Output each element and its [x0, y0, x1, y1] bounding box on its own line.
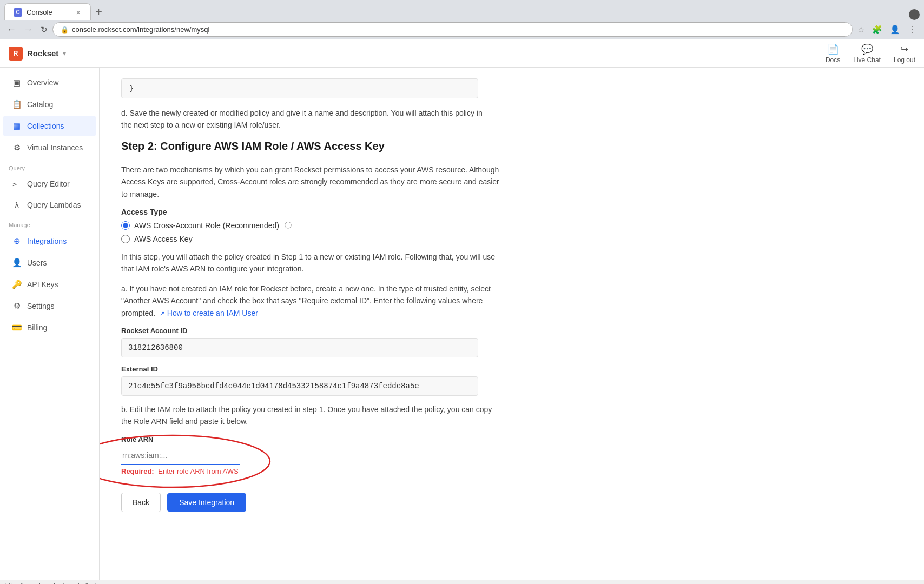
radio-access-key-input[interactable] [121, 235, 130, 243]
save-integration-button[interactable]: Save Integration [167, 493, 246, 512]
sidebar-item-collections[interactable]: ▦ Collections [3, 116, 96, 136]
iam-user-link[interactable]: ↗ How to create an IAM User [160, 309, 258, 317]
brand[interactable]: R Rockset ▾ [9, 47, 66, 61]
settings-label: Settings [27, 302, 55, 310]
radio-access-key-label: AWS Access Key [134, 235, 193, 243]
sidebar-item-integrations[interactable]: ⊕ Integrations [3, 231, 96, 251]
role-arn-input[interactable] [121, 447, 240, 465]
step-d-text: d. Save the newly created or modified po… [121, 107, 489, 131]
users-label: Users [27, 258, 47, 267]
role-arn-section: Role ARN Required: Enter role ARN from A… [121, 435, 902, 475]
rockset-account-id-field: Rockset Account ID 318212636800 [121, 327, 478, 357]
button-row: Back Save Integration [121, 493, 902, 512]
sidebar: ▣ Overview 📋 Catalog ▦ Collections ⚙ Vir… [0, 68, 100, 580]
external-id-value: 21c4e55fc3f9a956bcdfd4c044e1d04178d45332… [121, 376, 478, 396]
radio-cross-account-option[interactable]: AWS Cross-Account Role (Recommended) ⓘ [121, 221, 902, 230]
live-chat-label: Live Chat [853, 56, 881, 64]
back-nav-button[interactable]: ← [4, 23, 19, 37]
top-nav-links: 📄 Docs 💬 Live Chat ↪ Log out [826, 43, 915, 64]
brand-dropdown-arrow: ▾ [63, 50, 66, 57]
external-link-icon: ↗ [160, 310, 165, 317]
top-nav: R Rockset ▾ 📄 Docs 💬 Live Chat ↪ Log out [0, 39, 924, 68]
rockset-account-id-value: 318212636800 [121, 338, 478, 357]
sidebar-item-catalog[interactable]: 📋 Catalog [3, 94, 96, 115]
overview-label: Overview [27, 78, 58, 87]
integrations-label: Integrations [27, 237, 67, 245]
error-message: Enter role ARN from AWS [158, 467, 238, 475]
step-a-text: a. If you have not created an IAM role f… [121, 283, 500, 319]
docs-icon: 📄 [827, 43, 839, 55]
logout-icon: ↪ [900, 43, 908, 55]
catalog-icon: 📋 [12, 99, 22, 109]
api-keys-icon: 🔑 [12, 280, 22, 289]
profile-button[interactable]: 👤 [887, 23, 903, 36]
docs-label: Docs [826, 56, 840, 64]
live-chat-icon: 💬 [861, 43, 873, 55]
lock-icon: 🔒 [61, 26, 69, 34]
overview-icon: ▣ [12, 78, 22, 88]
sidebar-item-users[interactable]: 👤 Users [3, 253, 96, 273]
reload-button[interactable]: ↻ [38, 23, 50, 36]
billing-icon: 💳 [12, 323, 22, 333]
tab-favicon: C [14, 8, 22, 17]
tab-close-button[interactable]: × [75, 8, 82, 17]
sidebar-section-query: Query [0, 161, 99, 174]
sidebar-item-query-lambdas[interactable]: λ Query Lambdas [3, 195, 96, 215]
sidebar-section-manage: Manage [0, 217, 99, 230]
sidebar-item-billing[interactable]: 💳 Billing [3, 317, 96, 338]
sidebar-item-overview[interactable]: ▣ Overview [3, 72, 96, 93]
sidebar-item-settings[interactable]: ⚙ Settings [3, 296, 96, 316]
catalog-label: Catalog [27, 100, 53, 109]
brand-logo-icon: R [9, 47, 23, 61]
radio-group: AWS Cross-Account Role (Recommended) ⓘ A… [121, 221, 902, 243]
status-bar: https://console.rockset.com/collections [0, 580, 924, 584]
collections-icon: ▦ [12, 121, 22, 131]
radio-cross-account-label: AWS Cross-Account Role (Recommended) [134, 221, 279, 230]
logout-link[interactable]: ↪ Log out [894, 43, 915, 64]
browser-tab[interactable]: C Console × [4, 3, 91, 20]
virtual-instances-label: Virtual Instances [27, 143, 83, 152]
access-type-label: Access Type [121, 208, 902, 216]
role-arn-error: Required: Enter role ARN from AWS [121, 467, 240, 475]
content-area: } d. Save the newly created or modified … [100, 68, 924, 580]
extensions-button[interactable]: 🧩 [869, 23, 885, 36]
address-text: console.rockset.com/integrations/new/mys… [72, 25, 209, 34]
query-lambdas-icon: λ [12, 200, 22, 209]
settings-icon: ⚙ [12, 301, 22, 311]
query-editor-label: Query Editor [27, 180, 70, 188]
brand-name: Rockset [27, 49, 58, 58]
role-arn-label: Role ARN [121, 435, 902, 443]
api-keys-label: API Keys [27, 280, 58, 289]
billing-label: Billing [27, 323, 47, 332]
back-button[interactable]: Back [121, 493, 161, 512]
query-editor-icon: >_ [12, 180, 22, 188]
external-id-field: External ID 21c4e55fc3f9a956bcdfd4c044e1… [121, 365, 478, 396]
menu-button[interactable]: ⋮ [905, 22, 920, 37]
step-b-text: b. Edit the IAM role to attach the polic… [121, 403, 500, 428]
tab-strip: C Console × + [0, 0, 924, 20]
code-block: } [121, 78, 478, 98]
query-lambdas-label: Query Lambdas [27, 201, 81, 209]
radio-access-key-option[interactable]: AWS Access Key [121, 235, 902, 243]
bookmark-button[interactable]: ☆ [855, 23, 867, 36]
sidebar-item-virtual-instances[interactable]: ⚙ Virtual Instances [3, 137, 96, 158]
integrations-icon: ⊕ [12, 236, 22, 246]
sidebar-item-query-editor[interactable]: >_ Query Editor [3, 174, 96, 194]
info-icon[interactable]: ⓘ [285, 221, 292, 230]
new-tab-button[interactable]: + [92, 5, 105, 19]
external-id-label: External ID [121, 365, 478, 373]
collections-label: Collections [27, 122, 64, 130]
access-type-section: Access Type AWS Cross-Account Role (Reco… [121, 208, 902, 243]
docs-link[interactable]: 📄 Docs [826, 43, 840, 64]
step2-description: There are two mechanisms by which you ca… [121, 164, 500, 200]
live-chat-link[interactable]: 💬 Live Chat [853, 43, 881, 64]
users-icon: 👤 [12, 258, 22, 268]
virtual-instances-icon: ⚙ [12, 143, 22, 152]
logout-label: Log out [894, 56, 915, 64]
step2-instruction: In this step, you will attach the policy… [121, 251, 500, 275]
rockset-account-id-label: Rockset Account ID [121, 327, 478, 335]
forward-nav-button[interactable]: → [21, 23, 36, 37]
address-bar[interactable]: 🔒 console.rockset.com/integrations/new/m… [52, 22, 853, 37]
sidebar-item-api-keys[interactable]: 🔑 API Keys [3, 274, 96, 295]
radio-cross-account-input[interactable] [121, 221, 130, 230]
